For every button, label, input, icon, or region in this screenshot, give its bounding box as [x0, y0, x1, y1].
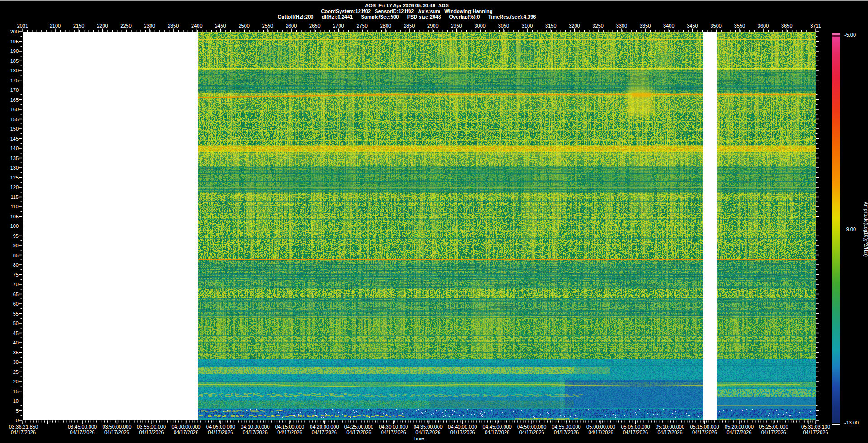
svg-text:03:36:21.850: 03:36:21.850 [9, 424, 38, 429]
svg-text:85: 85 [13, 253, 19, 258]
svg-text:04/17/2026: 04/17/2026 [485, 429, 509, 435]
svg-text:40: 40 [13, 340, 19, 345]
svg-text:125: 125 [10, 175, 19, 180]
svg-text:3450: 3450 [687, 23, 698, 28]
svg-text:3500: 3500 [710, 23, 721, 28]
svg-text:04:50:00.000: 04:50:00.000 [517, 424, 546, 429]
svg-text:65: 65 [13, 292, 19, 297]
svg-text:3400: 3400 [663, 23, 674, 28]
svg-text:05:10:00.000: 05:10:00.000 [656, 424, 684, 429]
svg-text:2850: 2850 [404, 23, 415, 28]
svg-text:03:50:00.000: 03:50:00.000 [102, 424, 131, 429]
svg-text:170: 170 [10, 87, 19, 93]
svg-text:03:45:00.000: 03:45:00.000 [68, 424, 97, 429]
svg-text:45: 45 [13, 330, 19, 336]
svg-text:70: 70 [13, 282, 19, 287]
svg-text:2300: 2300 [144, 23, 155, 28]
svg-text:200: 200 [10, 29, 19, 34]
svg-text:04/17/2026: 04/17/2026 [139, 429, 164, 435]
svg-text:05:25:00.000: 05:25:00.000 [759, 424, 788, 429]
svg-text:04/17/2026: 04/17/2026 [692, 429, 717, 435]
svg-text:AOS Fri 17 Apr 2026 05:30:49: AOS Fri 17 Apr 2026 05:30:49 AOS [365, 3, 448, 8]
svg-text:20: 20 [13, 379, 19, 384]
svg-text:04:30:00.000: 04:30:00.000 [379, 424, 408, 429]
svg-text:185: 185 [10, 58, 19, 64]
svg-text:2500: 2500 [238, 23, 249, 28]
svg-text:3150: 3150 [545, 23, 556, 28]
svg-text:2550: 2550 [262, 23, 273, 28]
svg-text:03:55:00.000: 03:55:00.000 [137, 424, 166, 429]
svg-text:135: 135 [10, 156, 19, 161]
svg-text:3650: 3650 [781, 23, 792, 28]
svg-text:2750: 2750 [356, 23, 367, 28]
svg-text:3100: 3100 [522, 23, 533, 28]
svg-text:3711: 3711 [810, 23, 821, 28]
svg-text:3000: 3000 [474, 23, 485, 28]
svg-text:04:35:00.000: 04:35:00.000 [414, 424, 443, 429]
svg-text:04/17/2026: 04/17/2026 [415, 429, 440, 435]
svg-text:165: 165 [10, 97, 19, 103]
svg-text:04/17/2026: 04/17/2026 [277, 429, 302, 435]
svg-text:04:45:00.000: 04:45:00.000 [483, 424, 512, 429]
svg-text:195: 195 [10, 39, 19, 44]
svg-text:50: 50 [13, 320, 19, 326]
svg-text:05:15:00.000: 05:15:00.000 [690, 424, 719, 429]
svg-text:2600: 2600 [286, 23, 297, 28]
svg-text:145: 145 [10, 136, 19, 141]
svg-text:2150: 2150 [73, 23, 84, 28]
svg-text:2950: 2950 [451, 23, 462, 28]
svg-text:30: 30 [13, 359, 19, 365]
svg-text:3200: 3200 [569, 23, 580, 28]
svg-text:04/17/2026: 04/17/2026 [312, 429, 337, 435]
svg-text:04/17/2026: 04/17/2026 [381, 429, 406, 435]
svg-text:3050: 3050 [498, 23, 509, 28]
svg-text:04/17/2026: 04/17/2026 [803, 429, 828, 435]
svg-text:15: 15 [13, 389, 19, 394]
svg-text:04/17/2026: 04/17/2026 [104, 429, 129, 435]
svg-text:04:40:00.000: 04:40:00.000 [448, 424, 477, 429]
svg-text:90: 90 [13, 243, 19, 248]
svg-text:75: 75 [13, 272, 19, 278]
svg-text:25: 25 [13, 369, 19, 375]
svg-text:140: 140 [10, 146, 19, 151]
svg-text:190: 190 [10, 48, 19, 54]
svg-text:04/17/2026: 04/17/2026 [589, 429, 613, 435]
svg-text:04/17/2026: 04/17/2026 [208, 429, 233, 435]
svg-text:2650: 2650 [309, 23, 320, 28]
svg-text:2700: 2700 [333, 23, 344, 28]
svg-text:04:10:00.000: 04:10:00.000 [241, 424, 269, 429]
svg-text:35: 35 [13, 350, 19, 355]
svg-text:04/17/2026: 04/17/2026 [623, 429, 648, 435]
svg-text:10: 10 [13, 398, 19, 404]
svg-text:05:00:00.000: 05:00:00.000 [586, 424, 615, 429]
svg-text:Amplitude(Log10(g^2/Hz)): Amplitude(Log10(g^2/Hz)) [863, 202, 868, 257]
svg-text:04/17/2026: 04/17/2026 [726, 429, 751, 435]
svg-text:2100: 2100 [50, 23, 61, 28]
svg-text:2200: 2200 [97, 23, 108, 28]
svg-text:04/17/2026: 04/17/2026 [174, 429, 198, 435]
svg-text:150: 150 [10, 126, 19, 132]
svg-text:115: 115 [10, 194, 19, 200]
svg-text:155: 155 [10, 117, 19, 122]
svg-text:0: 0 [16, 418, 19, 423]
svg-text:3550: 3550 [734, 23, 745, 28]
svg-text:-5.00: -5.00 [844, 32, 856, 38]
svg-text:04:25:00.000: 04:25:00.000 [344, 424, 373, 429]
svg-text:2400: 2400 [191, 23, 202, 28]
svg-text:04:20:00.000: 04:20:00.000 [310, 424, 339, 429]
svg-text:04/17/2026: 04/17/2026 [761, 429, 786, 435]
svg-text:04/17/2026: 04/17/2026 [243, 429, 268, 435]
svg-text:3250: 3250 [592, 23, 603, 28]
svg-text:04/17/2026: 04/17/2026 [346, 429, 371, 435]
svg-text:CoordSystem:121f02 SensorID:: CoordSystem:121f02 SensorID:121f02 Axis:… [321, 9, 493, 14]
svg-text:04:55:00.000: 04:55:00.000 [552, 424, 580, 429]
svg-text:2031: 2031 [17, 23, 28, 28]
svg-text:2450: 2450 [215, 23, 226, 28]
svg-text:80: 80 [13, 262, 19, 268]
svg-text:04/17/2026: 04/17/2026 [554, 429, 579, 435]
svg-text:-9.00: -9.00 [844, 226, 856, 232]
svg-text:3600: 3600 [758, 23, 769, 28]
svg-text:-13.00: -13.00 [844, 420, 859, 425]
svg-text:60: 60 [13, 301, 19, 306]
svg-text:05:20:00.000: 05:20:00.000 [725, 424, 754, 429]
